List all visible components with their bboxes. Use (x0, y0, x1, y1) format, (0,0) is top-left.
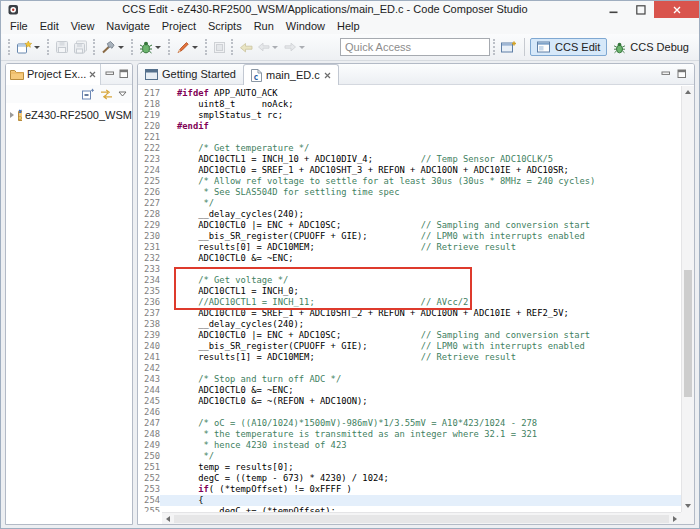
menu-project[interactable]: Project (156, 19, 202, 33)
menu-window[interactable]: Window (280, 19, 331, 33)
line-text: //ADC10CTL1 = INCH_11; // AVcc/2 (160, 297, 681, 308)
tree-item-project[interactable]: eZ430-RF2500_WSM (6, 106, 132, 123)
code-line-254[interactable]: 254 { (138, 495, 681, 506)
open-perspective-button[interactable] (499, 36, 519, 58)
code-line-225[interactable]: 225 /* Allow ref voltage to settle for a… (138, 176, 681, 187)
code-line-236[interactable]: 236 //ADC10CTL1 = INCH_11; // AVcc/2 (138, 297, 681, 308)
code-line-243[interactable]: 243 /* Stop and turn off ADC */ (138, 374, 681, 385)
maximize-button[interactable] (627, 1, 654, 18)
code-line-234[interactable]: 234 /* Get voltage */ (138, 275, 681, 286)
code-line-239[interactable]: 239 ADC10CTL0 |= ENC + ADC10SC; // Sampl… (138, 330, 681, 341)
vertical-scroll-thumb[interactable] (684, 270, 692, 397)
scroll-down-arrow-icon[interactable] (682, 500, 694, 512)
code-line-251[interactable]: 251 temp = results[0]; (138, 462, 681, 473)
horizontal-scroll-thumb[interactable] (174, 515, 669, 523)
ccs-app-icon[interactable] (7, 3, 20, 18)
view-minimize-icon[interactable] (661, 70, 671, 79)
view-menu-icon[interactable] (118, 91, 127, 97)
code-line-227[interactable]: 227 */ (138, 198, 681, 209)
code-line-240[interactable]: 240 __bis_SR_register(CPUOFF + GIE); // … (138, 341, 681, 352)
code-line-226[interactable]: 226 * See SLAS504D for settling time spe… (138, 187, 681, 198)
close-icon[interactable] (89, 71, 96, 78)
code-line-244[interactable]: 244 ADC10CTL0 &= ~ENC; (138, 385, 681, 396)
line-text: { (160, 495, 681, 506)
tab-getting-started[interactable]: Getting Started (138, 64, 243, 84)
code-line-247[interactable]: 247 /* oC = ((A10/1024)*1500mV)-986mV)*1… (138, 418, 681, 429)
line-text: ADC10CTL1 = INCH_10 + ADC10DIV_4; // Tem… (160, 154, 681, 165)
build-button[interactable] (99, 36, 128, 58)
flash-button[interactable] (174, 36, 202, 58)
code-line-228[interactable]: 228 __delay_cycles(240); (138, 209, 681, 220)
code-line-233[interactable]: 233 (138, 264, 681, 275)
code-line-252[interactable]: 252 degC = ((temp - 673) * 4230) / 1024; (138, 473, 681, 484)
menu-navigate[interactable]: Navigate (100, 19, 155, 33)
menu-edit[interactable]: Edit (34, 19, 65, 33)
new-file-icon (16, 40, 32, 55)
menu-view[interactable]: View (65, 19, 101, 33)
code-line-245[interactable]: 245 ADC10CTL0 &= ~(REFON + ADC10ON); (138, 396, 681, 407)
code-line-230[interactable]: 230 __bis_SR_register(CPUOFF + GIE); // … (138, 231, 681, 242)
code-line-218[interactable]: 218 uint8_t noAck; (138, 99, 681, 110)
code-line-232[interactable]: 232 ADC10CTL0 &= ~ENC; (138, 253, 681, 264)
menu-help[interactable]: Help (331, 19, 366, 33)
code-line-221[interactable]: 221 (138, 132, 681, 143)
line-number: 250 (138, 451, 160, 462)
code-line-242[interactable]: 242 (138, 363, 681, 374)
code-line-224[interactable]: 224 ADC10CTL0 = SREF_1 + ADC10SHT_3 + RE… (138, 165, 681, 176)
line-text (160, 407, 681, 418)
code-line-237[interactable]: 237 ADC10CTL0 = SREF_1 + ADC10SHT_2 + RE… (138, 308, 681, 319)
vertical-scrollbar[interactable] (681, 86, 694, 512)
line-text: __delay_cycles(240); (160, 209, 681, 220)
code-line-253[interactable]: 253 if( (*tempOffset) != 0xFFFF ) (138, 484, 681, 495)
code-line-241[interactable]: 241 results[1] = ADC10MEM; // Retrieve r… (138, 352, 681, 363)
line-number: 242 (138, 363, 160, 374)
code-line-246[interactable]: 246 (138, 407, 681, 418)
code-line-217[interactable]: 217#ifdef APP_AUTO_ACK (138, 88, 681, 99)
debug-dropdown-arrow[interactable] (155, 46, 161, 49)
tab-main-ed-c[interactable]: c main_ED.c (243, 64, 339, 85)
code-line-219[interactable]: 219 smplStatus_t rc; (138, 110, 681, 121)
save-icon (55, 40, 69, 54)
menu-run[interactable]: Run (248, 19, 280, 33)
c-file-icon: c (251, 69, 262, 82)
close-button[interactable] (654, 1, 699, 18)
menu-file[interactable]: File (4, 19, 34, 33)
collapse-all-icon[interactable] (82, 88, 95, 100)
code-line-229[interactable]: 229 ADC10CTL0 |= ENC + ADC10SC; // Sampl… (138, 220, 681, 231)
debug-button[interactable] (137, 36, 165, 58)
scroll-right-arrow-icon[interactable] (669, 513, 681, 524)
new-dropdown-arrow[interactable] (34, 46, 40, 49)
perspective-ccs-edit[interactable]: CCS Edit (530, 38, 607, 56)
build-dropdown-arrow[interactable] (118, 46, 124, 49)
line-text: */ (160, 198, 681, 209)
code-line-231[interactable]: 231 results[0] = ADC10MEM; // Retrieve r… (138, 242, 681, 253)
perspective-ccs-debug[interactable]: CCS Debug (607, 39, 695, 56)
code-line-238[interactable]: 238 __delay_cycles(240); (138, 319, 681, 330)
code-line-249[interactable]: 249 * hence 4230 instead of 423 (138, 440, 681, 451)
view-maximize-icon[interactable] (677, 69, 687, 79)
new-button[interactable] (14, 36, 44, 58)
scroll-up-arrow-icon[interactable] (682, 86, 694, 98)
code-line-248[interactable]: 248 * the temperature is transmitted as … (138, 429, 681, 440)
code-editor[interactable]: 217#ifdef APP_AUTO_ACK218 uint8_t noAck;… (138, 86, 681, 512)
horizontal-scrollbar[interactable] (162, 512, 681, 524)
close-icon[interactable] (324, 72, 331, 79)
line-text: __bis_SR_register(CPUOFF + GIE); // LPM0… (160, 341, 681, 352)
code-line-235[interactable]: 235 ADC10CTL1 = INCH_0; (138, 286, 681, 297)
code-line-222[interactable]: 222 /* Get temperature */ (138, 143, 681, 154)
flash-dropdown-arrow[interactable] (192, 46, 198, 49)
line-number: 234 (138, 275, 160, 286)
code-line-223[interactable]: 223 ADC10CTL1 = INCH_10 + ADC10DIV_4; //… (138, 154, 681, 165)
quick-access-input[interactable] (340, 38, 490, 56)
scroll-left-arrow-icon[interactable] (162, 513, 174, 524)
view-maximize-icon[interactable] (119, 69, 129, 79)
minimize-button[interactable] (600, 1, 627, 18)
view-minimize-icon[interactable] (105, 70, 115, 79)
tab-project-explorer[interactable]: Project Ex... (6, 64, 101, 85)
link-editor-icon[interactable] (100, 89, 113, 100)
code-line-220[interactable]: 220#endif (138, 121, 681, 132)
folder-icon (10, 68, 24, 80)
expander-icon[interactable] (10, 112, 14, 118)
menu-scripts[interactable]: Scripts (202, 19, 248, 33)
code-line-250[interactable]: 250 */ (138, 451, 681, 462)
